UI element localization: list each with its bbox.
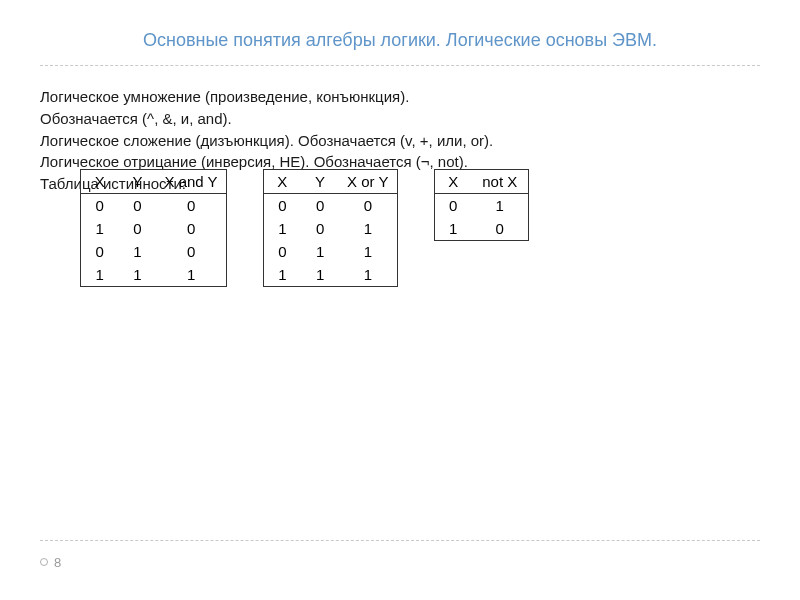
truth-table-not: X not X 0 1 1 0 <box>434 169 529 241</box>
table-header: X <box>263 169 301 193</box>
table-cell: 0 <box>157 193 227 217</box>
table-cell: 1 <box>263 263 301 287</box>
table-cell: 1 <box>119 240 157 263</box>
table-cell: 0 <box>263 193 301 217</box>
slide-title: Основные понятия алгебры логики. Логичес… <box>40 30 760 51</box>
page-number-badge: 8 <box>40 555 61 570</box>
table-row: 1 0 1 <box>263 217 397 240</box>
table-cell: 0 <box>472 217 528 241</box>
text-line: Обозначается (^, &, и, and). <box>40 108 760 130</box>
table-row: 0 1 <box>434 193 528 217</box>
table-cell: 1 <box>301 240 339 263</box>
table-cell: 0 <box>119 217 157 240</box>
footer-divider <box>40 540 760 541</box>
table-cell: 1 <box>81 263 119 287</box>
table-row: 1 0 <box>434 217 528 241</box>
table-header: X <box>434 169 472 193</box>
table-cell: 1 <box>119 263 157 287</box>
table-cell: 1 <box>339 217 397 240</box>
title-divider <box>40 65 760 66</box>
table-header: Y <box>119 169 157 193</box>
table-row: 0 0 0 <box>81 193 227 217</box>
table-row: 1 1 1 <box>81 263 227 287</box>
pin-icon <box>40 558 48 566</box>
table-cell: 1 <box>472 193 528 217</box>
table-row: 1 1 1 <box>263 263 397 287</box>
table-header: Y <box>301 169 339 193</box>
table-cell: 0 <box>301 193 339 217</box>
table-cell: 1 <box>301 263 339 287</box>
table-cell: 0 <box>263 240 301 263</box>
table-cell: 0 <box>81 240 119 263</box>
table-header: X or Y <box>339 169 397 193</box>
table-cell: 0 <box>157 240 227 263</box>
table-row: 0 1 1 <box>263 240 397 263</box>
table-row: 1 0 0 <box>81 217 227 240</box>
table-header: X and Y <box>157 169 227 193</box>
table-cell: 0 <box>81 193 119 217</box>
tables-row: X Y X and Y 0 0 0 1 0 0 0 1 0 1 1 <box>40 169 760 287</box>
table-cell: 1 <box>81 217 119 240</box>
table-cell: 1 <box>339 263 397 287</box>
truth-table-or: X Y X or Y 0 0 0 1 0 1 0 1 1 1 1 <box>263 169 398 287</box>
text-line: Логическое сложение (дизъюнкция). Обозна… <box>40 130 760 152</box>
table-cell: 0 <box>301 217 339 240</box>
table-cell: 0 <box>119 193 157 217</box>
table-cell: 1 <box>434 217 472 241</box>
slide: Основные понятия алгебры логики. Логичес… <box>0 0 800 327</box>
table-cell: 0 <box>434 193 472 217</box>
table-header: not X <box>472 169 528 193</box>
text-line: Логическое умножение (произведение, конъ… <box>40 86 760 108</box>
table-cell: 1 <box>339 240 397 263</box>
table-cell: 0 <box>339 193 397 217</box>
page-number: 8 <box>54 555 61 570</box>
table-row: 0 1 0 <box>81 240 227 263</box>
table-cell: 1 <box>263 217 301 240</box>
truth-table-and: X Y X and Y 0 0 0 1 0 0 0 1 0 1 1 <box>80 169 227 287</box>
table-cell: 0 <box>157 217 227 240</box>
table-cell: 1 <box>157 263 227 287</box>
table-header: X <box>81 169 119 193</box>
slide-footer: 8 <box>40 532 760 571</box>
table-row: 0 0 0 <box>263 193 397 217</box>
